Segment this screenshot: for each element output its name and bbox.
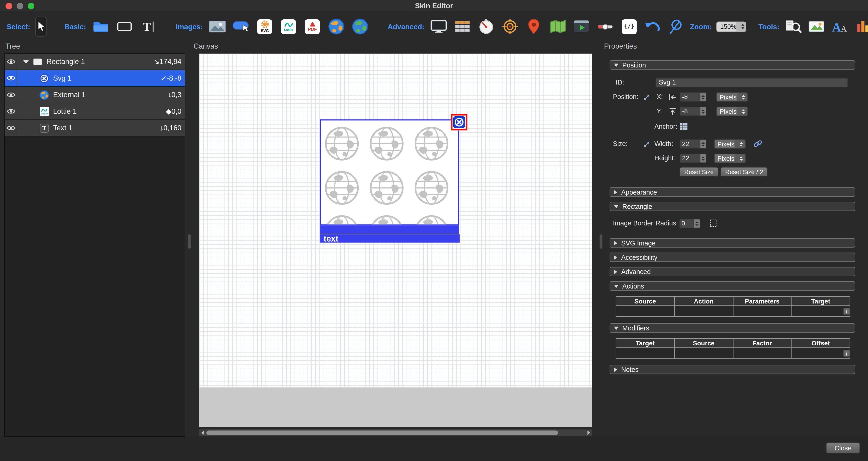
visibility-toggle[interactable] — [5, 120, 17, 136]
visibility-toggle[interactable] — [5, 103, 17, 120]
reset-size-button[interactable]: Reset Size — [679, 167, 719, 177]
actions-empty-cell[interactable] — [616, 305, 674, 317]
width-units-select[interactable]: Pixels — [714, 139, 746, 149]
section-modifiers[interactable]: Modifiers — [610, 323, 855, 333]
anchor-grid-icon[interactable] — [680, 123, 688, 131]
rectangle-tool-button[interactable] — [115, 17, 134, 36]
tree-row-text-1[interactable]: T Text 1 ↓0,160 — [5, 120, 185, 137]
slider-tool-button[interactable] — [596, 17, 615, 36]
scrollbar-track[interactable] — [206, 429, 585, 436]
add-action-button[interactable]: + — [843, 308, 850, 315]
radius-stepper-buttons[interactable] — [694, 219, 700, 228]
video-tool-button[interactable] — [572, 17, 591, 36]
undo-button[interactable] — [644, 17, 662, 36]
canvas-external-element[interactable] — [320, 225, 459, 234]
close-button[interactable]: Close — [826, 442, 860, 454]
height-units-select[interactable]: Pixels — [714, 154, 746, 163]
visibility-toggle[interactable] — [5, 70, 17, 86]
select-cursor-button[interactable] — [35, 17, 46, 36]
section-notes[interactable]: Notes — [610, 365, 855, 374]
scrollbar-thumb[interactable] — [206, 431, 558, 435]
zoom-window-button[interactable] — [28, 3, 34, 9]
section-svg-image[interactable]: SVG Image — [610, 238, 855, 248]
zoom-select[interactable]: 150% — [716, 21, 746, 32]
x-value[interactable]: -8 — [680, 92, 701, 102]
add-modifier-button[interactable]: + — [843, 350, 850, 357]
tree-row-rectangle-1[interactable]: Rectangle 1 ↘174,94 — [5, 54, 185, 70]
screen-tool-button[interactable] — [429, 17, 448, 36]
tree-row-external-1[interactable]: External 1 ↓0,3 — [5, 87, 185, 103]
scroll-right-button[interactable] — [585, 429, 592, 436]
target-tool-button[interactable] — [501, 17, 520, 36]
width-value-stepper[interactable]: 22 — [680, 139, 707, 149]
external-globe-tool-button[interactable] — [327, 17, 346, 36]
x-units-select[interactable]: Pixels — [716, 92, 748, 102]
section-actions[interactable]: Actions — [610, 282, 855, 291]
width-stepper-buttons[interactable] — [700, 139, 706, 149]
disclosure-triangle[interactable] — [23, 60, 29, 63]
actions-empty-cell[interactable] — [733, 305, 792, 317]
radius-value-stepper[interactable]: 0 — [679, 219, 700, 228]
close-window-button[interactable] — [5, 3, 12, 9]
visibility-toggle[interactable] — [5, 87, 17, 103]
map-tool-button[interactable] — [548, 17, 567, 36]
radius-selection-icon[interactable] — [710, 220, 717, 227]
map-pin-tool-button[interactable] — [525, 17, 544, 36]
y-stepper-buttons[interactable] — [700, 107, 706, 116]
gauge-tool-button[interactable] — [477, 17, 496, 36]
size-constrain-icon[interactable] — [643, 141, 650, 147]
height-value-stepper[interactable]: 22 — [680, 154, 707, 163]
modifiers-empty-cell[interactable] — [616, 347, 674, 358]
actions-empty-cell[interactable] — [792, 305, 850, 317]
position-constrain-icon[interactable] — [643, 94, 650, 101]
section-appearance[interactable]: Appearance — [610, 188, 855, 197]
modifiers-empty-cell[interactable] — [792, 347, 850, 358]
x-stepper-buttons[interactable] — [700, 92, 706, 102]
canvas-rectangle-element[interactable] — [320, 119, 459, 225]
section-advanced[interactable]: Advanced — [610, 267, 855, 276]
width-value[interactable]: 22 — [680, 139, 701, 149]
js-tool-button[interactable]: {/} — [620, 17, 639, 36]
tree-row-svg-1[interactable]: Svg 1 ↙-8,-8 — [5, 70, 185, 87]
palette-tool-button[interactable] — [854, 17, 868, 36]
lottie-tool-button[interactable]: Lottie — [279, 17, 298, 36]
y-units-select[interactable]: Pixels — [716, 107, 748, 116]
link-size-icon[interactable] — [753, 140, 763, 147]
horizontal-scrollbar[interactable] — [199, 429, 592, 436]
clear-button[interactable] — [667, 17, 686, 36]
tree-row-lottie-1[interactable]: Lottie Lottie 1 ◆0,0 — [5, 103, 185, 120]
splitter-grip-left[interactable] — [188, 234, 191, 249]
text-tool-button[interactable]: T — [139, 17, 158, 36]
reset-size-half-button[interactable]: Reset Size / 2 — [720, 167, 768, 177]
modifiers-empty-cell[interactable] — [733, 347, 792, 358]
height-value[interactable]: 22 — [680, 154, 701, 163]
web-globe-tool-button[interactable] — [350, 17, 369, 36]
x-value-stepper[interactable]: -8 — [680, 92, 707, 102]
picture-tool-button[interactable] — [807, 17, 826, 36]
visibility-toggle[interactable] — [5, 54, 17, 70]
selected-svg-element[interactable] — [451, 114, 467, 130]
splitter-grip-right[interactable] — [600, 234, 602, 249]
folder-tool-button[interactable] — [91, 17, 110, 36]
font-tool-button[interactable]: A A — [830, 17, 849, 36]
section-accessibility[interactable]: Accessibility — [610, 253, 855, 262]
scroll-left-button[interactable] — [199, 429, 206, 436]
radius-value[interactable]: 0 — [679, 219, 694, 228]
id-field[interactable]: Svg 1 — [655, 78, 848, 87]
svg-tool-button[interactable]: SVG — [255, 17, 274, 36]
canvas-text-element[interactable]: text — [320, 234, 460, 243]
section-position[interactable]: Position — [610, 60, 855, 70]
section-rectangle[interactable]: Rectangle — [610, 202, 855, 211]
image-tool-button[interactable] — [208, 17, 227, 36]
button-tool-button[interactable] — [231, 17, 251, 36]
canvas-viewport[interactable]: text — [199, 54, 592, 427]
actions-empty-cell[interactable] — [674, 305, 733, 317]
find-tool-button[interactable] — [784, 17, 803, 36]
y-value-stepper[interactable]: -8 — [680, 107, 707, 116]
minimize-window-button[interactable] — [17, 3, 23, 9]
modifiers-empty-cell[interactable] — [674, 347, 733, 358]
table-tool-button[interactable] — [453, 17, 472, 36]
height-stepper-buttons[interactable] — [700, 154, 706, 163]
y-value[interactable]: -8 — [680, 107, 701, 116]
pdf-tool-button[interactable]: PDF — [303, 17, 322, 36]
